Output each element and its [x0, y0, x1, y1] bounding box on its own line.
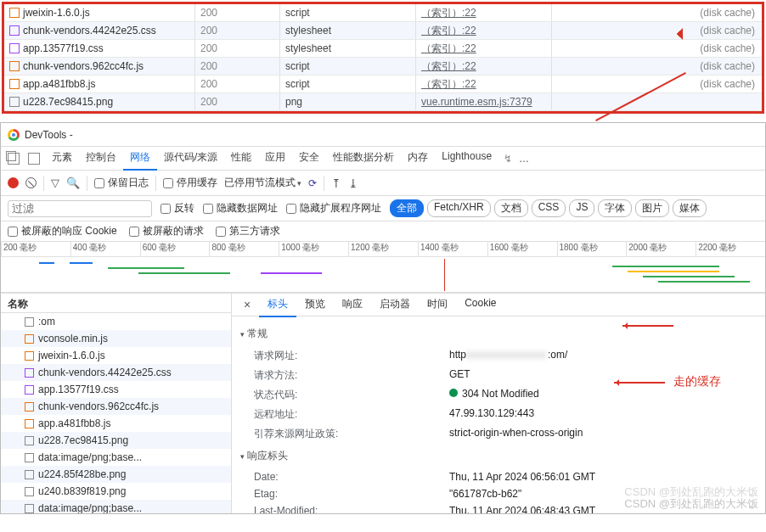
timeline-tick: 200 毫秒: [1, 242, 70, 256]
request-row[interactable]: u228.7ec98415.png: [1, 432, 231, 449]
table-row[interactable]: app.13577f19.css 200 stylesheet （索引）:22 …: [4, 40, 762, 58]
annotation-arrow-icon: [614, 382, 665, 384]
filter-pill[interactable]: Fetch/XHR: [427, 199, 491, 217]
size-cell: [552, 93, 762, 110]
request-row[interactable]: u224.85f428be.png: [1, 466, 231, 483]
status-code-value: 304 Not Modified: [449, 388, 757, 402]
table-row[interactable]: chunk-vendors.44242e25.css 200 styleshee…: [4, 22, 762, 40]
request-name: chunk-vendors.962cc4fc.js: [38, 400, 159, 412]
filter-pill[interactable]: 字体: [598, 199, 632, 217]
detail-tab-Cookie[interactable]: Cookie: [456, 293, 504, 317]
general-section-header[interactable]: 常规: [240, 327, 757, 341]
request-row[interactable]: app.13577f19.css: [1, 381, 231, 398]
status-cell: 200: [195, 93, 280, 110]
tab-Lighthouse[interactable]: Lighthouse: [435, 146, 498, 171]
table-row[interactable]: chunk-vendors.962cc4fc.js 200 script （索引…: [4, 58, 762, 76]
tab-内存[interactable]: 内存: [401, 146, 435, 171]
filter-pill[interactable]: JS: [569, 199, 594, 217]
referrer-policy-key: 引荐来源网址政策:: [254, 427, 449, 441]
clear-icon[interactable]: [25, 177, 37, 188]
hide-data-urls-checkbox[interactable]: 隐藏数据网址: [203, 201, 278, 216]
filter-pill[interactable]: CSS: [532, 199, 566, 217]
search-icon[interactable]: 🔍: [66, 176, 80, 189]
filter-input[interactable]: [8, 200, 152, 217]
remote-address-key: 远程地址:: [254, 407, 449, 422]
request-name: u224.85f428be.png: [38, 468, 126, 480]
css-icon: [25, 368, 34, 378]
tab-性能[interactable]: 性能: [224, 146, 258, 171]
request-row[interactable]: :om: [1, 313, 231, 330]
detail-tab-时间[interactable]: 时间: [419, 293, 456, 317]
export-har-icon[interactable]: ⤒: [331, 176, 341, 190]
close-icon[interactable]: ×: [237, 298, 257, 311]
record-icon[interactable]: [8, 177, 19, 188]
size-cell: (disk cache): [552, 58, 762, 75]
detail-tab-启动器[interactable]: 启动器: [371, 293, 419, 317]
timeline-tick: 2200 毫秒: [696, 242, 765, 256]
throttling-select[interactable]: 已停用节流模式: [224, 176, 301, 190]
import-har-icon[interactable]: ⤓: [348, 176, 358, 190]
blocked-response-cookies-checkbox[interactable]: 被屏蔽的响应 Cookie: [8, 224, 117, 238]
request-name: jweixin-1.6.0.js: [23, 4, 90, 22]
request-row[interactable]: data:image/png;base...: [1, 449, 231, 466]
response-headers-section-header[interactable]: 响应标头: [240, 449, 757, 463]
initiator-cell[interactable]: （索引）:22: [416, 40, 552, 57]
status-code-key: 状态代码:: [254, 388, 449, 402]
more-tabs-icon[interactable]: …: [514, 153, 535, 165]
js-icon: [25, 419, 34, 428]
detail-tab-预览[interactable]: 预览: [296, 293, 334, 317]
tab-网络[interactable]: 网络: [123, 146, 157, 171]
network-overview-timeline[interactable]: 200 毫秒400 毫秒600 毫秒800 毫秒1000 毫秒1200 毫秒14…: [1, 242, 765, 293]
table-row[interactable]: u228.7ec98415.png 200 png vue.runtime.es…: [4, 93, 762, 111]
filter-pill[interactable]: 全部: [390, 199, 424, 217]
initiator-cell[interactable]: （索引）:22: [416, 4, 552, 21]
tab-安全[interactable]: 安全: [292, 146, 326, 171]
filter-pill[interactable]: 媒体: [673, 199, 707, 217]
dock-side-icon[interactable]: [8, 153, 20, 165]
request-row[interactable]: chunk-vendors.44242e25.css: [1, 364, 231, 381]
invert-checkbox[interactable]: 反转: [161, 201, 194, 216]
request-row[interactable]: u240.b839f819.png: [1, 483, 231, 500]
js-icon: [9, 61, 20, 71]
initiator-cell[interactable]: （索引）:22: [416, 22, 552, 39]
filter-pill[interactable]: 图片: [635, 199, 669, 217]
hide-extension-urls-checkbox[interactable]: 隐藏扩展程序网址: [286, 201, 381, 216]
table-row[interactable]: app.a481fbb8.js 200 script （索引）:22 (disk…: [4, 76, 762, 93]
png-icon: [25, 436, 34, 445]
devtools-tabs: 元素控制台网络源代码/来源性能应用安全性能数据分析内存Lighthouse ↯ …: [1, 147, 765, 171]
etag-key: Etag:: [254, 488, 449, 500]
initiator-cell[interactable]: （索引）:22: [416, 76, 552, 92]
filter-pill[interactable]: 文档: [494, 199, 528, 217]
tab-性能数据分析[interactable]: 性能数据分析: [326, 146, 401, 171]
request-row[interactable]: chunk-vendors.962cc4fc.js: [1, 398, 231, 415]
initiator-cell[interactable]: （索引）:22: [416, 58, 552, 75]
filter-icon[interactable]: ▽: [51, 176, 59, 189]
blocked-requests-checkbox[interactable]: 被屏蔽的请求: [129, 224, 204, 238]
chrome-icon: [8, 129, 20, 141]
tab-元素[interactable]: 元素: [45, 146, 79, 171]
request-row[interactable]: jweixin-1.6.0.js: [1, 347, 231, 364]
tab-应用[interactable]: 应用: [258, 146, 292, 171]
request-name: app.a481fbb8.js: [38, 417, 110, 429]
divider: [87, 176, 87, 191]
detail-tab-响应[interactable]: 响应: [334, 293, 371, 317]
tab-源代码/来源[interactable]: 源代码/来源: [157, 146, 224, 171]
table-row[interactable]: jweixin-1.6.0.js 200 script （索引）:22 (dis…: [4, 4, 762, 22]
status-cell: 200: [195, 40, 280, 57]
request-row[interactable]: app.a481fbb8.js: [1, 415, 231, 432]
request-name: chunk-vendors.962cc4fc.js: [23, 58, 144, 76]
inspect-icon[interactable]: [28, 153, 40, 165]
preserve-log-checkbox[interactable]: 保留日志: [94, 176, 149, 190]
disable-cache-checkbox[interactable]: 停用缓存: [163, 176, 217, 190]
request-row[interactable]: data:image/png;base...: [1, 500, 231, 513]
network-conditions-icon[interactable]: ⟳: [308, 177, 317, 189]
tab-控制台[interactable]: 控制台: [79, 146, 123, 171]
initiator-cell[interactable]: vue.runtime.esm.js:7379: [416, 93, 552, 110]
detail-tab-标头[interactable]: 标头: [259, 293, 296, 317]
name-column-header[interactable]: 名称: [1, 293, 231, 313]
third-party-checkbox[interactable]: 第三方请求: [216, 224, 280, 238]
request-name: chunk-vendors.44242e25.css: [23, 22, 156, 40]
request-row[interactable]: vconsole.min.js: [1, 330, 231, 347]
png-icon: [25, 487, 34, 496]
referrer-policy-value: strict-origin-when-cross-origin: [449, 427, 757, 441]
